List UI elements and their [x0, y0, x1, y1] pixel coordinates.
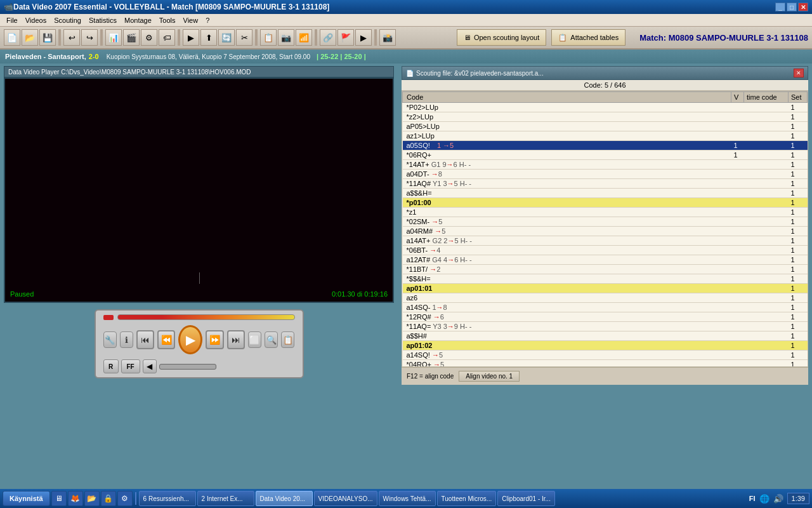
- maximize-button[interactable]: □: [787, 3, 797, 11]
- scouting-row-19[interactable]: ap01:011: [403, 284, 808, 293]
- menu-videos[interactable]: Videos: [22, 16, 50, 25]
- forward-button[interactable]: ⏩: [206, 330, 223, 349]
- sync-button[interactable]: 🔄: [218, 29, 235, 46]
- attached-tables-button[interactable]: 📋 Attached tables: [551, 29, 625, 46]
- clip-button[interactable]: 📋: [260, 29, 277, 46]
- taskbar-icon-4[interactable]: 🔒: [101, 491, 116, 506]
- scouting-row-6[interactable]: *14AT+ G1 9→6 H- -1: [403, 160, 808, 170]
- stop-button[interactable]: ⬜: [248, 331, 261, 348]
- play-tb-button[interactable]: ▶: [355, 29, 372, 46]
- scouting-v-cell: [731, 103, 744, 112]
- scouting-set-cell: 1: [789, 360, 808, 368]
- align-video-button[interactable]: Align video no. 1: [459, 371, 520, 382]
- new-button[interactable]: 📄: [4, 29, 20, 46]
- scouting-table-container[interactable]: Code V time code Set *P02>LUp1*z2>LUp1aP…: [402, 91, 808, 367]
- scouting-row-10[interactable]: *p01:001: [403, 198, 808, 208]
- scouting-code-bar: Code: 5 / 646: [402, 80, 808, 91]
- small-icon-1[interactable]: 🔧: [103, 331, 117, 348]
- close-button[interactable]: ✕: [798, 3, 808, 11]
- menu-statistics[interactable]: Statistics: [85, 16, 121, 25]
- small-icon-2[interactable]: ℹ: [120, 331, 133, 348]
- flag-button[interactable]: 🚩: [337, 29, 354, 46]
- redo-button[interactable]: ↪: [81, 29, 98, 46]
- open-button[interactable]: 📂: [22, 29, 38, 46]
- scouting-row-13[interactable]: a04RM# →51: [403, 227, 808, 236]
- export-button[interactable]: ▶: [183, 29, 199, 46]
- scouting-row-16[interactable]: a12AT# G4 4→6 H- -1: [403, 255, 808, 265]
- scouting-row-23[interactable]: *11AQ= Y3 3→9 H- -1: [403, 322, 808, 331]
- undo-button[interactable]: ↩: [63, 29, 80, 46]
- scouting-footer: F12 = align code Align video no. 1: [402, 367, 808, 385]
- scouting-row-8[interactable]: *11AQ# Y1 3→5 H- -1: [403, 179, 808, 189]
- minimize-button[interactable]: _: [775, 3, 785, 11]
- taskbar-icon-5[interactable]: ⚙: [117, 491, 133, 506]
- back-button[interactable]: ⏪: [157, 330, 175, 349]
- scouting-row-4[interactable]: a05SQ! 1 →511: [403, 141, 808, 150]
- taskbar-app-3[interactable]: Data Video 20...: [256, 491, 313, 506]
- scouting-row-26[interactable]: a14SQ! →51: [403, 351, 808, 360]
- taskbar-app-1[interactable]: 6 Resurssienh...: [139, 491, 196, 506]
- save-button[interactable]: 💾: [39, 29, 56, 46]
- taskbar-icon-2[interactable]: 🦊: [68, 491, 83, 506]
- scouting-row-5[interactable]: *06RQ+11: [403, 150, 808, 160]
- sound-icon: 🔊: [773, 494, 783, 504]
- r-label[interactable]: R: [103, 359, 119, 373]
- scouting-row-14[interactable]: a14AT+ G2 2→5 H- -1: [403, 236, 808, 246]
- scouting-row-22[interactable]: *12RQ# →61: [403, 312, 808, 322]
- stats-button[interactable]: 📊: [105, 29, 122, 46]
- rewind-button[interactable]: ⏮: [136, 330, 154, 349]
- video-button[interactable]: 🎬: [123, 29, 140, 46]
- menu-view[interactable]: View: [180, 16, 202, 25]
- menu-scouting[interactable]: Scouting: [50, 16, 85, 25]
- scouting-row-20[interactable]: az61: [403, 293, 808, 303]
- scouting-row-25[interactable]: ap01:021: [403, 341, 808, 351]
- scouting-row-27[interactable]: *04RQ+ →51: [403, 360, 808, 368]
- scouting-row-17[interactable]: *11BT/ →21: [403, 265, 808, 274]
- start-button[interactable]: Käynnistä: [3, 491, 50, 506]
- bar-button[interactable]: 📶: [296, 29, 312, 46]
- camera-button[interactable]: 📷: [278, 29, 294, 46]
- copy-button[interactable]: 📋: [281, 331, 294, 348]
- scouting-row-18[interactable]: *$$&H=1: [403, 274, 808, 284]
- import-button[interactable]: ⬆: [200, 29, 217, 46]
- taskbar-app-5[interactable]: Windows Tehtä...: [379, 491, 436, 506]
- location-info: Kuopion Syysturnaus 08, Välierä, Kuopio …: [107, 53, 310, 60]
- scouting-row-24[interactable]: a$$H#1: [403, 331, 808, 341]
- scouting-time-cell: [744, 274, 789, 284]
- scouting-close-button[interactable]: ✕: [794, 69, 804, 77]
- link-button[interactable]: 🔗: [320, 29, 336, 46]
- taskbar-icon-3[interactable]: 📂: [84, 491, 100, 506]
- play-button[interactable]: ▶: [178, 325, 202, 354]
- menu-file[interactable]: File: [3, 16, 22, 25]
- tag-button[interactable]: 🏷: [159, 29, 175, 46]
- scouting-row-21[interactable]: a14SQ- 1→81: [403, 303, 808, 312]
- taskbar-app-4[interactable]: VIDEOANALYSO...: [314, 491, 377, 506]
- taskbar-app-6[interactable]: Tuotteen Micros...: [437, 491, 497, 506]
- scouting-row-15[interactable]: *06BT- →41: [403, 246, 808, 255]
- scouting-row-12[interactable]: *02SM- →51: [403, 217, 808, 227]
- ff-label[interactable]: FF: [121, 359, 140, 373]
- menu-montage[interactable]: Montage: [121, 16, 155, 25]
- fastforward-button[interactable]: ⏭: [227, 330, 245, 349]
- open-scouting-button[interactable]: 🖥 Open scouting layout: [457, 29, 546, 46]
- scouting-row-7[interactable]: a04DT- →81: [403, 170, 808, 179]
- zoom-button[interactable]: 🔍: [265, 331, 278, 348]
- video-player[interactable]: Paused 0:01.30 di 0:19:16: [4, 77, 394, 303]
- slider-back[interactable]: ◀: [143, 359, 157, 373]
- scouting-row-1[interactable]: *z2>LUp1: [403, 112, 808, 122]
- scouting-row-0[interactable]: *P02>LUp1: [403, 103, 808, 112]
- scouting-row-9[interactable]: a$$&H=1: [403, 189, 808, 198]
- taskbar-icon-1[interactable]: 🖥: [51, 491, 67, 506]
- taskbar-app-2[interactable]: 2 Internet Ex...: [197, 491, 254, 506]
- progress-track[interactable]: [117, 314, 295, 320]
- slider-track[interactable]: [159, 364, 216, 370]
- scouting-row-3[interactable]: az1>LUp1: [403, 131, 808, 141]
- scissors-button[interactable]: ✂: [236, 29, 252, 46]
- capture-button[interactable]: 📸: [379, 29, 396, 46]
- menu-help[interactable]: ?: [202, 16, 213, 25]
- taskbar-app-7[interactable]: Clipboard01 - Ir...: [497, 491, 555, 506]
- scouting-row-2[interactable]: aP05>LUp1: [403, 122, 808, 131]
- menu-tools[interactable]: Tools: [155, 16, 180, 25]
- settings-button[interactable]: ⚙: [141, 29, 157, 46]
- scouting-row-11[interactable]: *z11: [403, 208, 808, 217]
